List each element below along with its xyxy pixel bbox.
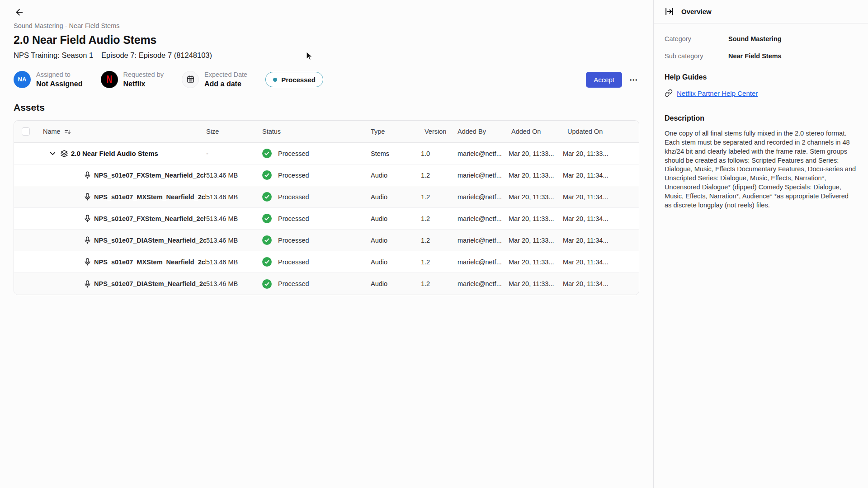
sort-descending-icon[interactable] [64,128,71,135]
microphone-icon [84,171,91,179]
check-circle-icon [262,279,272,289]
asset-added-on: Mar 20, 11:33... [509,237,563,244]
asset-added-on: Mar 20, 11:33... [509,150,563,157]
table-row[interactable]: 2.0 Near Field Audio Stems - Processed S… [14,143,639,164]
arrow-left-icon [14,7,24,17]
asset-added-by: marielc@netf... [458,237,509,244]
asset-updated-on: Mar 20, 11:34... [563,215,639,222]
calendar-icon [182,71,199,88]
asset-status-label: Processed [278,193,309,201]
asset-size: 513.46 MB [206,237,262,244]
collapse-panel-icon[interactable] [665,7,674,16]
check-circle-icon [262,170,272,180]
overview-panel-header: Overview [654,0,868,23]
category-field: Category Sound Mastering [665,35,857,42]
microphone-icon [84,280,91,288]
check-circle-icon [262,235,272,245]
asset-updated-on: Mar 20, 11:34... [563,280,639,287]
table-row[interactable]: NPS_s01e07_DIAStem_Nearfield_2ch_48 513.… [14,273,639,295]
column-header-version: Version [421,128,458,135]
check-circle-icon [262,257,272,267]
asset-added-on: Mar 20, 11:33... [509,215,563,222]
check-circle-icon [262,214,272,223]
help-link-row: Netflix Partner Help Center [665,89,857,97]
status-badge: Processed [265,72,323,87]
title-subline: NPS Training: Season 1 Episode 7: Episod… [14,51,653,60]
table-row[interactable]: NPS_s01e07_DIAStem_Nearfield_2ch_48 513.… [14,230,639,251]
asset-version: 1.2 [421,215,458,222]
help-center-link[interactable]: Netflix Partner Help Center [677,89,758,97]
request-meta-row: NA Assigned to Not Assigned N Requested … [14,70,639,89]
description-heading: Description [665,114,857,122]
asset-added-by: marielc@netf... [458,150,509,157]
main-content: Sound Mastering - Near Field Stems 2.0 N… [0,0,653,488]
table-row[interactable]: NPS_s01e07_MXStem_Nearfield_2ch_48 513.4… [14,251,639,273]
more-options-button[interactable]: ⋯ [628,73,639,87]
avatar: NA [14,71,31,88]
microphone-icon [84,236,91,244]
table-row[interactable]: NPS_s01e07_MXStem_Nearfield_2ch_48 513.4… [14,186,639,208]
assigned-to-group[interactable]: NA Assigned to Not Assigned [14,71,83,89]
asset-status-label: Processed [278,172,309,179]
description-text: One copy of all final stems fully mixed … [665,129,857,210]
microphone-icon [84,258,91,266]
check-circle-icon [262,192,272,202]
assigned-to-value: Not Assigned [36,80,83,88]
back-button[interactable] [14,6,25,18]
category-label: Category [665,35,728,42]
asset-added-on: Mar 20, 11:33... [509,258,563,266]
asset-added-by: marielc@netf... [458,280,509,287]
asset-name: NPS_s01e07_DIAStem_Nearfield_2ch_48 [94,280,206,287]
asset-status-label: Processed [278,215,309,222]
asset-version: 1.2 [421,193,458,201]
overview-panel-title: Overview [681,8,712,15]
column-header-size: Size [206,128,262,135]
microphone-icon [84,193,91,201]
asset-type: Audio [371,215,421,222]
table-row[interactable]: NPS_s01e07_FXStem_Nearfield_2ch_48k 513.… [14,208,639,230]
asset-size: 513.46 MB [206,172,262,179]
asset-added-by: marielc@netf... [458,215,509,222]
expected-date-group[interactable]: Expected Date Add a date [182,71,247,89]
asset-size: 513.46 MB [206,258,262,266]
asset-type: Audio [371,193,421,201]
asset-version: 1.2 [421,237,458,244]
table-row[interactable]: NPS_s01e07_FXStem_Nearfield_2ch_48k 513.… [14,164,639,186]
requested-by-group: N Requested by Netflix [101,71,164,89]
sub-category-value: Near Field Stems [728,52,782,60]
select-all-checkbox[interactable] [22,127,30,136]
asset-version: 1.2 [421,172,458,179]
asset-added-by: marielc@netf... [458,172,509,179]
show-name: NPS Training: Season 1 [14,51,93,60]
asset-size: - [206,150,262,157]
asset-added-on: Mar 20, 11:33... [509,193,563,201]
sub-category-label: Sub category [665,52,728,60]
status-badge-label: Processed [281,76,316,84]
asset-added-on: Mar 20, 11:33... [509,280,563,287]
expected-date-value[interactable]: Add a date [204,80,247,88]
asset-name: NPS_s01e07_FXStem_Nearfield_2ch_48k [94,172,206,179]
column-header-status: Status [262,128,371,135]
asset-added-by: marielc@netf... [458,193,509,201]
asset-type: Audio [371,280,421,287]
asset-name: NPS_s01e07_MXStem_Nearfield_2ch_48 [94,258,206,266]
asset-status-label: Processed [278,150,309,157]
status-dot-icon [273,78,277,82]
accept-button[interactable]: Accept [586,72,622,88]
assets-table-body: 2.0 Near Field Audio Stems - Processed S… [14,143,639,295]
column-header-added-by: Added By [458,128,509,135]
chain-link-icon [665,89,673,97]
column-header-type: Type [371,128,421,135]
expected-date-label: Expected Date [204,71,247,79]
chevron-down-icon[interactable] [49,150,57,157]
asset-type: Audio [371,237,421,244]
asset-version: 1.2 [421,258,458,266]
asset-type: Audio [371,258,421,266]
asset-type: Stems [371,150,421,157]
assets-table: Name Size Status Type Version Added By A… [14,120,639,295]
asset-name: 2.0 Near Field Audio Stems [71,150,158,157]
column-header-name[interactable]: Name [36,128,206,135]
asset-version: 1.2 [421,280,458,287]
column-header-updated-on: Updated On [563,128,639,135]
asset-size: 513.46 MB [206,193,262,201]
